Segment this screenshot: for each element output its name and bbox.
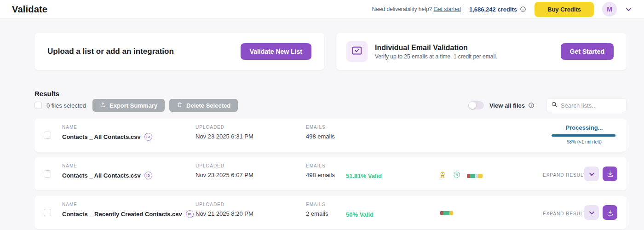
delete-selected-button[interactable]: Delete Selected <box>169 99 238 112</box>
uploaded-cell: UPLOADED Nov 23 2025 6:31 PM <box>196 125 253 140</box>
id-badge[interactable]: ID <box>186 210 194 218</box>
emails-cell: EMAILS 498 emails <box>306 125 335 140</box>
uploaded-column-label: UPLOADED <box>196 202 253 207</box>
valid-percentage: 50% Valid <box>346 211 374 218</box>
credits-info-icon[interactable] <box>520 6 526 12</box>
table-row: NAME Contacts _ All Contacts.csv ID UPLO… <box>34 119 627 152</box>
toggle-knob <box>469 102 476 109</box>
uploaded-value: Nov 23 2025 6:07 PM <box>196 172 253 178</box>
emails-column-label: EMAILS <box>306 202 328 207</box>
uploaded-column-label: UPLOADED <box>196 125 253 130</box>
export-summary-button[interactable]: Export Summary <box>92 99 165 112</box>
search-input[interactable] <box>561 102 622 109</box>
header-right: Need deliverability help? Get started 1,… <box>372 2 632 17</box>
emails-column-label: EMAILS <box>306 125 335 130</box>
row-checkbox[interactable] <box>44 170 51 178</box>
buy-credits-button[interactable]: Buy Credits <box>535 2 594 17</box>
name-column-label: NAME <box>62 202 194 207</box>
uploaded-value: Nov 23 2025 6:31 PM <box>196 133 253 140</box>
id-badge[interactable]: ID <box>144 172 152 179</box>
emails-column-label: EMAILS <box>306 163 335 168</box>
individual-card-subtitle: Verify up to 25 emails at a time. 1 cred… <box>375 53 497 60</box>
progress-fill <box>552 134 615 137</box>
account-chevron-down-icon[interactable] <box>625 6 632 13</box>
trash-icon <box>177 102 183 109</box>
upload-card-title: Upload a list or add an integration <box>47 47 174 56</box>
search-icon <box>551 101 558 109</box>
view-all-info-icon[interactable] <box>528 102 535 109</box>
name-column-label: NAME <box>62 163 152 168</box>
expand-results-link[interactable]: EXPAND RESULTS <box>543 172 590 178</box>
name-cell: NAME Contacts _ All Contacts.csv ID <box>62 125 152 141</box>
uploaded-cell: UPLOADED Nov 23 2025 6:07 PM <box>196 163 253 178</box>
expand-results-link[interactable]: EXPAND RESULTS <box>543 211 590 216</box>
award-ribbon-icon <box>438 171 447 181</box>
processing-status: Processing... 98% (<1 min left) <box>552 124 617 144</box>
individual-validation-card: Individual Email Validation Verify up to… <box>336 33 627 70</box>
export-icon <box>100 102 106 109</box>
table-row: NAME Contacts _ All Contacts.csv ID UPLO… <box>34 157 627 190</box>
select-all-checkbox[interactable] <box>34 102 42 109</box>
view-all-label: View all files <box>489 102 525 109</box>
emails-cell: EMAILS 498 emails <box>306 163 335 178</box>
export-summary-label: Export Summary <box>109 102 157 109</box>
table-row: NAME Contacts _ Recently Created Contact… <box>34 196 627 229</box>
results-heading: Results <box>34 90 59 98</box>
row-checkbox[interactable] <box>44 209 51 216</box>
uploaded-column-label: UPLOADED <box>196 163 253 168</box>
delete-selected-label: Delete Selected <box>186 102 230 109</box>
emails-value: 498 emails <box>306 133 335 140</box>
download-results-button[interactable] <box>603 167 617 181</box>
credits-counter: 1,686,242 credits <box>469 6 526 13</box>
file-name: Contacts _ Recently Created Contacts.csv <box>62 211 182 218</box>
action-cards: Upload a list or add an integration Vali… <box>34 33 627 70</box>
avatar[interactable]: M <box>602 2 617 17</box>
envelope-check-icon <box>351 45 363 58</box>
individual-card-text: Individual Email Validation Verify up to… <box>375 44 497 60</box>
individual-card-title: Individual Email Validation <box>375 44 497 52</box>
get-started-link[interactable]: Get started <box>434 6 461 12</box>
svg-text:%: % <box>455 173 458 176</box>
credits-value: 1,686,242 credits <box>469 6 517 13</box>
file-name: Contacts _ All Contacts.csv <box>62 172 141 179</box>
view-all-toggle[interactable] <box>468 101 484 109</box>
uploaded-value: Nov 21 2025 8:20 PM <box>196 210 253 217</box>
download-results-button[interactable] <box>603 205 617 220</box>
row-checkbox[interactable] <box>44 132 51 139</box>
processing-label: Processing... <box>552 124 617 131</box>
search-lists-box <box>546 98 627 112</box>
help-text: Need deliverability help? Get started <box>372 6 460 12</box>
email-icon-tile <box>346 41 368 62</box>
name-column-label: NAME <box>62 125 152 130</box>
toolbar-right: View all files <box>468 98 627 112</box>
results-toolbar: 0 files selected Export Summary Delete S… <box>34 98 627 112</box>
results-distribution-mini-bar-icon <box>467 174 483 178</box>
name-cell: NAME Contacts _ All Contacts.csv ID <box>62 163 152 179</box>
emails-value: 2 emails <box>306 210 328 217</box>
id-badge[interactable]: ID <box>144 133 152 141</box>
help-question: Need deliverability help? <box>372 6 432 12</box>
emails-cell: EMAILS 2 emails <box>306 202 328 217</box>
progress-text: 98% (<1 min left) <box>552 139 617 144</box>
result-badges: % <box>438 171 483 181</box>
results-distribution-mini-bar-icon <box>440 211 453 215</box>
emails-value: 498 emails <box>306 172 335 178</box>
valid-percentage: 51.81% Valid <box>346 172 382 179</box>
top-header: Validate Need deliverability help? Get s… <box>0 0 644 19</box>
expand-chevron-button[interactable] <box>584 205 599 220</box>
expand-chevron-button[interactable] <box>584 167 599 181</box>
files-selected-text: 0 files selected <box>46 102 86 109</box>
get-started-button[interactable]: Get Started <box>561 43 614 60</box>
upload-list-card: Upload a list or add an integration Vali… <box>34 33 324 70</box>
validate-new-list-button[interactable]: Validate New List <box>241 43 311 60</box>
page-title: Validate <box>12 4 47 15</box>
name-cell: NAME Contacts _ Recently Created Contact… <box>62 202 194 218</box>
validate-page: Validate Need deliverability help? Get s… <box>0 0 644 230</box>
uploaded-cell: UPLOADED Nov 21 2025 8:20 PM <box>196 202 253 217</box>
progress-bar <box>552 134 617 137</box>
file-name: Contacts _ All Contacts.csv <box>62 133 141 140</box>
percent-seal-icon: % <box>453 171 461 181</box>
